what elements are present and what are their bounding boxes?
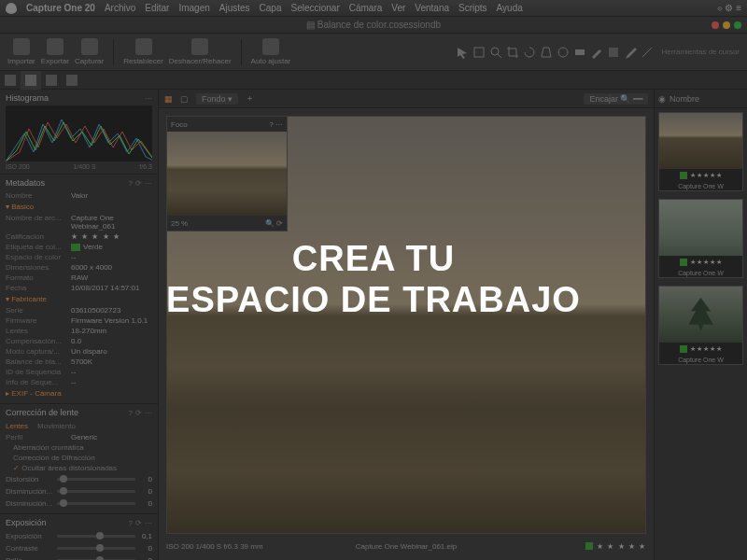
image-shoot-info: ISO 200 1/400 S f/6.3 39 mm <box>166 542 263 551</box>
meta-row: Info de Seque...-- <box>6 377 152 387</box>
slider-Disminución...[interactable]: Disminución...0 <box>6 497 152 510</box>
focus-title: Foco <box>171 120 188 129</box>
thumb-2[interactable]: ★★★★★ Capture One W <box>658 199 743 278</box>
thumb-image <box>659 287 742 343</box>
zoom-icon[interactable] <box>489 46 502 59</box>
basic-header[interactable]: ▾ Básico <box>6 201 152 213</box>
svg-rect-6 <box>575 49 585 55</box>
single-view-icon[interactable]: ▢ <box>180 94 189 104</box>
menu-camara[interactable]: Cámara <box>349 3 383 13</box>
restore-button[interactable]: Restablecer <box>123 38 163 65</box>
menubar-status-icons: ⟐ ⚙ ≡ <box>717 3 741 13</box>
add-icon[interactable]: ＋ <box>246 92 254 105</box>
thumb-1[interactable]: ★★★★★ Capture One W <box>658 112 743 191</box>
thumb-3[interactable]: ★★★★★ Capture One W <box>658 286 743 365</box>
eye-icon[interactable]: ◉ <box>658 94 666 104</box>
sun-icon <box>66 75 78 86</box>
histogram-chart <box>6 105 152 161</box>
tab-library[interactable] <box>0 71 21 90</box>
menu-ajustes[interactable]: Ajustes <box>219 3 250 13</box>
maker-header[interactable]: ▾ Fabricante <box>6 293 152 305</box>
meta-row: Nombre de arc...Capture One Webinar_061 <box>6 213 152 231</box>
app-name[interactable]: Capture One 20 <box>26 3 95 13</box>
brush-icon[interactable] <box>590 46 603 59</box>
lens-tab-movimiento[interactable]: Movimiento <box>37 422 76 430</box>
lens-title: Corrección de lente <box>6 408 78 417</box>
slider-Brillo[interactable]: Brillo0 <box>6 554 152 560</box>
tab-lens[interactable] <box>21 71 41 90</box>
check-chromatic[interactable]: Aberración cromática <box>6 442 152 453</box>
pointer-icon[interactable] <box>456 46 469 59</box>
lens-correction-section: Corrección de lente?⟳⋯ Lentes Movimiento… <box>0 404 158 514</box>
color-tag-icon[interactable] <box>585 542 593 550</box>
focus-zoom-controls[interactable]: 🔍 ⟳ <box>265 219 283 228</box>
viewer-footer: ISO 200 1/400 S f/6.3 39 mm Capture One … <box>166 538 646 554</box>
viewer-toolbar: ▦ ▢ Fondo ▾ ＋ Encajar 🔍 ━━ <box>159 90 654 108</box>
background-select[interactable]: Fondo ▾ <box>196 93 238 105</box>
svg-point-2 <box>491 48 499 55</box>
slider-Contraste[interactable]: Contraste0 <box>6 542 152 554</box>
meta-row: Balance de bla...5700K <box>6 357 152 367</box>
exif-header[interactable]: ▸ EXIF - Cámara <box>6 387 152 399</box>
menu-editar[interactable]: Editar <box>145 3 169 13</box>
focus-zoom: 25 % <box>171 219 188 228</box>
check-diffraction[interactable]: Corrección de Difracción <box>6 453 152 463</box>
import-button[interactable]: Importar <box>7 38 35 65</box>
window-titlebar: ▤ Balance de color.cosessiondb <box>0 17 747 34</box>
rotate-icon[interactable] <box>523 46 536 59</box>
svg-marker-0 <box>458 48 467 59</box>
crop-icon[interactable] <box>506 46 519 59</box>
undo-redo-button[interactable]: Deshacer/Rehacer <box>169 38 232 65</box>
tab-exposure[interactable] <box>62 71 82 90</box>
menu-archivo[interactable]: Archivo <box>105 3 135 13</box>
spot-icon[interactable] <box>557 46 570 59</box>
tool-tab-strip <box>0 71 747 90</box>
meta-row: Serie036105002723 <box>6 305 152 315</box>
capture-button[interactable]: Capturar <box>75 38 104 65</box>
slider-Exposición[interactable]: Exposición0,1 <box>6 530 152 542</box>
menu-ventana[interactable]: Ventana <box>415 3 449 13</box>
annotation-icon[interactable] <box>641 46 654 59</box>
focus-image[interactable] <box>167 132 287 216</box>
meta-row: Modo captura/...Un disparo <box>6 346 152 357</box>
swatch-icon <box>46 75 57 86</box>
menu-scripts[interactable]: Scripts <box>458 3 487 13</box>
mask-icon[interactable] <box>573 46 586 59</box>
traffic-lights[interactable] <box>712 21 741 29</box>
focus-panel[interactable]: Foco? ⋯ 25 %🔍 ⟳ <box>166 116 288 231</box>
export-icon <box>47 38 63 55</box>
rating-stars[interactable]: ★ ★ ★ ★ ★ <box>597 542 646 551</box>
main-toolbar: Importar Exportar Capturar Restablecer D… <box>0 34 747 71</box>
lens-tab-lentes[interactable]: Lentes <box>6 422 28 430</box>
slider-Distorsión[interactable]: Distorsión0 <box>6 473 152 485</box>
hand-icon[interactable] <box>472 46 486 59</box>
menu-ayuda[interactable]: Ayuda <box>497 3 523 13</box>
auto-adjust-button[interactable]: Auto ajustar <box>251 38 291 65</box>
camera-icon <box>81 38 98 55</box>
fit-select[interactable]: Encajar 🔍 ━━ <box>584 93 648 105</box>
aperture-icon <box>25 75 36 86</box>
mac-menubar: Capture One 20 Archivo Editar Imagen Aju… <box>0 0 747 17</box>
sort-label[interactable]: Nombre <box>669 94 699 104</box>
menu-imagen[interactable]: Imagen <box>178 3 209 13</box>
meta-row: ID de Sequencia-- <box>6 367 152 377</box>
menu-seleccionar[interactable]: Seleccionar <box>290 3 339 13</box>
gradient-icon[interactable] <box>607 46 620 59</box>
check-hide-distorted[interactable]: Ocultar áreas distorsionadas <box>6 463 152 473</box>
tab-color[interactable] <box>41 71 62 90</box>
export-button[interactable]: Exportar <box>41 38 69 65</box>
slider-Disminución...[interactable]: Disminución...0 <box>6 485 152 497</box>
document-icon: ▤ <box>306 20 315 30</box>
meta-row: FirmwareFirmware Version 1.0.1 <box>6 315 152 326</box>
lens-profile-select[interactable]: Generic <box>71 433 152 441</box>
apple-icon <box>6 3 17 14</box>
grid-view-icon[interactable]: ▦ <box>164 94 173 104</box>
section-actions[interactable]: ⋯ <box>145 94 152 103</box>
menu-ver[interactable]: Ver <box>391 3 405 13</box>
menu-capa[interactable]: Capa <box>260 3 282 13</box>
focus-actions[interactable]: ? ⋯ <box>269 120 283 129</box>
meta-row: Compensación...0.0 <box>6 336 152 346</box>
keystone-icon[interactable] <box>540 46 553 59</box>
eyedropper-icon[interactable] <box>624 46 637 59</box>
cursor-tools: Herramientas de cursor <box>456 46 740 59</box>
